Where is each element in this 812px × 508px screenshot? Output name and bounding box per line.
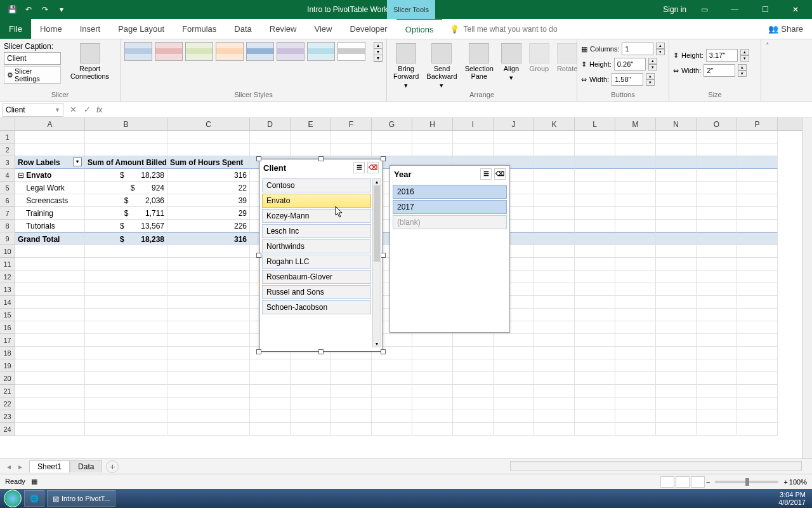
cell[interactable] — [656, 207, 697, 220]
cell[interactable] — [15, 347, 85, 359]
cell[interactable] — [534, 207, 575, 220]
cell[interactable] — [15, 131, 85, 144]
style-swatch[interactable] — [246, 42, 274, 61]
cell[interactable] — [494, 398, 534, 410]
cell[interactable] — [737, 334, 778, 347]
column-header[interactable]: P — [737, 118, 778, 130]
btn-width-spinner[interactable]: ▴▾ — [646, 73, 655, 86]
row-header[interactable]: 2 — [0, 144, 15, 156]
cell[interactable] — [331, 144, 372, 156]
cell[interactable] — [575, 423, 615, 436]
cell[interactable] — [656, 220, 697, 232]
cell[interactable] — [575, 131, 615, 144]
cell[interactable] — [737, 271, 778, 283]
cell[interactable]: 316 — [167, 169, 250, 182]
cell[interactable]: Training — [15, 207, 85, 220]
cell[interactable] — [167, 347, 250, 359]
cell[interactable] — [15, 245, 85, 258]
cell[interactable] — [575, 283, 615, 296]
view-page-break-icon[interactable] — [691, 476, 705, 488]
cell[interactable] — [372, 144, 412, 156]
cell[interactable] — [372, 410, 412, 423]
cell[interactable] — [575, 410, 615, 423]
cell[interactable] — [372, 372, 412, 385]
tab-options[interactable]: Options — [396, 18, 443, 39]
tab-formulas[interactable]: Formulas — [173, 19, 225, 39]
cell[interactable] — [494, 347, 534, 359]
cell[interactable] — [372, 398, 412, 410]
cell[interactable] — [656, 359, 697, 372]
style-swatch[interactable] — [307, 42, 335, 61]
cell[interactable] — [656, 334, 697, 347]
btn-height-input[interactable] — [614, 58, 646, 70]
cell[interactable]: Tutorials — [15, 220, 85, 232]
tab-review[interactable]: Review — [261, 19, 306, 39]
cell[interactable] — [534, 347, 575, 359]
cell[interactable] — [453, 423, 494, 436]
cell[interactable]: 316 — [167, 232, 250, 245]
cell[interactable] — [534, 296, 575, 309]
cell[interactable] — [331, 359, 372, 372]
cell[interactable] — [15, 144, 85, 156]
cell[interactable] — [697, 321, 737, 334]
cell[interactable]: 226 — [167, 220, 250, 232]
cell[interactable] — [453, 398, 494, 410]
row-header[interactable]: 15 — [0, 309, 15, 321]
cell[interactable]: 22 — [167, 182, 250, 194]
row-header[interactable]: 8 — [0, 220, 15, 232]
column-header[interactable]: N — [656, 118, 697, 130]
cell[interactable] — [250, 131, 291, 144]
cell[interactable]: $ 18,238 — [85, 169, 167, 182]
cell[interactable] — [534, 423, 575, 436]
cell[interactable] — [737, 309, 778, 321]
cell[interactable] — [331, 131, 372, 144]
cell[interactable] — [615, 410, 656, 423]
cell[interactable] — [250, 410, 291, 423]
cell[interactable] — [697, 232, 737, 245]
ribbon-display-icon[interactable]: ▭ — [691, 0, 717, 19]
cell[interactable] — [615, 309, 656, 321]
cell[interactable] — [656, 321, 697, 334]
cell[interactable] — [575, 207, 615, 220]
cell[interactable] — [615, 334, 656, 347]
cell[interactable] — [656, 144, 697, 156]
cell[interactable] — [534, 410, 575, 423]
cell[interactable]: 39 — [167, 194, 250, 207]
row-header[interactable]: 7 — [0, 207, 15, 220]
cell[interactable] — [291, 359, 331, 372]
view-page-layout-icon[interactable] — [676, 476, 690, 488]
add-sheet-button[interactable]: + — [106, 460, 119, 473]
column-header[interactable]: D — [250, 118, 291, 130]
sheet-nav-prev-icon[interactable]: ◂ — [4, 462, 14, 471]
cell[interactable] — [534, 169, 575, 182]
cell[interactable] — [656, 283, 697, 296]
taskbar-excel[interactable]: ▧ Intro to PivotT... — [47, 490, 115, 507]
cell[interactable] — [85, 283, 167, 296]
cell[interactable] — [615, 321, 656, 334]
row-header[interactable]: 22 — [0, 398, 15, 410]
slicer-settings-button[interactable]: ⚙ Slicer Settings — [4, 66, 61, 84]
cell[interactable] — [534, 309, 575, 321]
cell[interactable] — [15, 321, 85, 334]
close-icon[interactable]: ✕ — [783, 0, 808, 19]
align-button[interactable]: Align▾ — [499, 42, 524, 83]
cell[interactable] — [331, 372, 372, 385]
cell[interactable] — [656, 372, 697, 385]
cell[interactable] — [250, 385, 291, 398]
cell[interactable] — [737, 169, 778, 182]
cell[interactable]: 29 — [167, 207, 250, 220]
cell[interactable] — [697, 271, 737, 283]
cell[interactable] — [697, 372, 737, 385]
cell[interactable] — [656, 385, 697, 398]
slicer-item[interactable]: (blank) — [393, 215, 507, 229]
zoom-slider[interactable] — [715, 481, 778, 483]
cell[interactable] — [575, 220, 615, 232]
cell[interactable]: Row Labels▾ — [15, 156, 85, 169]
size-height-input[interactable] — [706, 49, 738, 62]
cell[interactable] — [167, 398, 250, 410]
row-header[interactable]: 19 — [0, 359, 15, 372]
style-swatch[interactable] — [155, 42, 183, 61]
redo-icon[interactable]: ↷ — [38, 3, 52, 17]
cell[interactable] — [737, 131, 778, 144]
cell[interactable] — [737, 283, 778, 296]
